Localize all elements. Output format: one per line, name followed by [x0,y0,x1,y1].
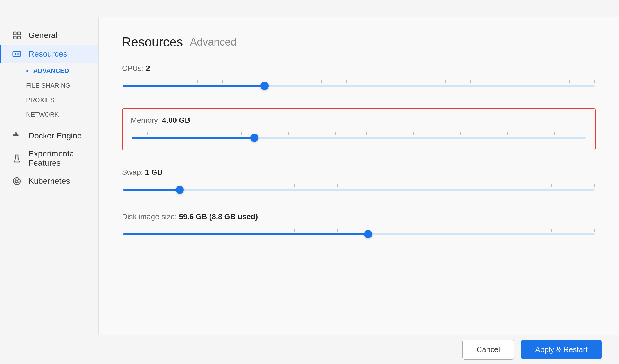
network-label: NETWORK [26,111,59,118]
swap-section: Swap: 1 GB [122,168,596,195]
disk-label: Disk image size: 59.6 GB (8.8 GB used) [122,212,596,221]
sidebar-item-label: General [28,31,57,40]
cpu-label: CPUs: 2 [122,64,596,73]
swap-slider-thumb[interactable] [176,186,184,194]
memory-slider-track[interactable] [132,137,586,139]
page-header: Resources Advanced [122,35,596,49]
disk-slider-thumb[interactable] [364,230,372,238]
memory-label: Memory: 4.00 GB [131,116,587,125]
sidebar-item-kubernetes[interactable]: Kubernetes [0,172,98,190]
swap-slider-fill [123,189,180,191]
svg-line-23 [14,182,16,184]
sidebar-item-docker-engine[interactable]: Docker Engine [0,127,98,145]
resources-icon [12,49,22,59]
svg-rect-10 [17,134,18,136]
sidebar: General Resources ADVANCED FILE SHARING [0,17,99,335]
disk-slider-container [122,226,596,239]
cpu-slider-fill [123,85,264,87]
sidebar-item-label: Kubernetes [28,176,70,186]
svg-rect-11 [15,133,17,134]
page-subtitle: Advanced [190,36,236,48]
cpu-value: 2 [146,64,150,73]
cancel-button[interactable]: Cancel [462,340,514,360]
svg-point-15 [16,180,18,182]
svg-line-20 [14,179,16,180]
advanced-label: ADVANCED [33,67,69,75]
svg-point-5 [15,53,16,55]
page-title: Resources [122,35,183,49]
svg-rect-1 [18,32,20,35]
svg-rect-3 [18,36,20,39]
file-sharing-label: FILE SHARING [26,82,71,89]
cpu-slider-container [122,78,596,91]
sidebar-item-general[interactable]: General [0,26,98,45]
swap-slider-container [122,182,596,195]
sidebar-sub-file-sharing[interactable]: FILE SHARING [26,78,98,93]
svg-rect-4 [13,52,21,56]
swap-label: Swap: 1 GB [122,168,596,177]
apply-restart-button[interactable]: Apply & Restart [521,340,602,359]
experimental-icon [12,153,22,164]
sidebar-item-label: Docker Engine [28,131,82,140]
kubernetes-icon [12,176,22,186]
cpu-section: CPUs: 2 [122,64,596,91]
memory-section: Memory: 4.00 GB [122,108,596,150]
swap-tick-marks [122,184,596,187]
disk-value: 59.6 GB (8.8 GB used) [179,212,258,221]
sidebar-item-experimental[interactable]: Experimental Features [0,145,98,172]
main-content: Resources Advanced CPUs: 2 [99,17,619,335]
swap-slider-track[interactable] [123,189,595,191]
sidebar-item-label: Experimental Features [28,149,88,168]
docker-icon [12,131,22,141]
cpu-tick-marks [122,80,596,83]
bottom-bar: Cancel Apply & Restart [0,335,619,364]
disk-tick-marks [122,229,596,232]
cpu-slider-track[interactable] [123,85,595,87]
disk-section: Disk image size: 59.6 GB (8.8 GB used) [122,212,596,239]
sidebar-sub-advanced[interactable]: ADVANCED [26,63,98,78]
svg-line-21 [18,182,19,184]
general-icon [12,30,22,41]
svg-rect-2 [13,36,16,39]
memory-slider-thumb[interactable] [250,134,258,142]
sidebar-sub-network[interactable]: NETWORK [26,107,98,122]
disk-slider-track[interactable] [123,233,595,235]
svg-rect-0 [13,32,16,35]
proxies-label: PROXIES [26,96,55,104]
sidebar-item-resources[interactable]: Resources [0,45,98,63]
sidebar-item-label: Resources [28,49,67,59]
disk-slider-fill [123,233,368,235]
memory-slider-fill [132,137,254,139]
resources-sub-menu: ADVANCED FILE SHARING PROXIES NETWORK [0,63,98,122]
top-bar [0,0,619,17]
sidebar-sub-proxies[interactable]: PROXIES [26,93,98,107]
memory-value: 4.00 GB [162,116,190,125]
svg-line-22 [18,179,19,180]
memory-slider-container [131,130,587,143]
cpu-slider-thumb[interactable] [260,82,269,90]
swap-value: 1 GB [145,168,163,176]
main-layout: General Resources ADVANCED FILE SHARING [0,17,619,335]
memory-tick-marks [131,132,587,135]
